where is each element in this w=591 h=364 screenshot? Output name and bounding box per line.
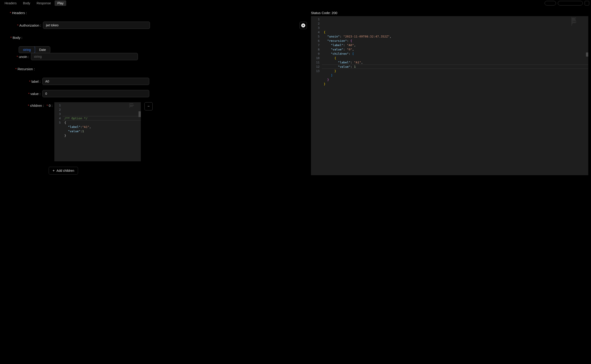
response-editor-code: { "unoin": "2023-11-09T08:32:47.352Z", "… (322, 16, 588, 175)
right-panel: Status Code: 200 12345678910111213 { "un… (311, 11, 591, 175)
unoin-label: *unoin : (8, 55, 31, 59)
children-label: *children : (8, 102, 46, 107)
child-json-editor[interactable]: 12345 /** Option */{ "label":"A1", "valu… (54, 102, 141, 161)
recursion-value-label: *value : (8, 92, 42, 96)
status-code-line: Status Code: 200 (311, 11, 588, 15)
add-children-label: Add children (56, 169, 74, 172)
recursion-label-row: *label : (8, 78, 307, 85)
plus-icon: + (53, 169, 55, 172)
child-editor-scrollbar[interactable] (139, 111, 141, 117)
segment-string[interactable]: string (19, 46, 35, 53)
minus-icon: − (148, 104, 149, 108)
child-editor-gutter: 12345 (54, 102, 63, 161)
child-editor-minimap: ███████████████████████ (129, 103, 139, 110)
unoin-type-segmented: string Date (19, 46, 50, 53)
segment-date[interactable]: Date (35, 46, 50, 53)
authorization-input[interactable] (43, 22, 150, 29)
remove-child-button[interactable]: − (144, 102, 153, 110)
recursion-value-input[interactable] (42, 90, 149, 97)
recursion-label: *Recursion : (8, 67, 37, 71)
response-editor-scrollbar[interactable] (586, 52, 588, 57)
headers-label: *Headers : (8, 11, 29, 15)
recursion-value-row: *value : (8, 90, 307, 97)
main-container: *Headers : *Authorization : *Body : stri… (0, 6, 591, 180)
child-index-label: *0 : (46, 102, 54, 107)
authorization-label: *Authorization : (8, 23, 43, 27)
recursion-label-label: *label : (8, 79, 42, 83)
response-editor-minimap: ████████████████████████████████████████… (571, 17, 587, 35)
top-pill-button-1[interactable] (544, 1, 556, 6)
play-icon (301, 23, 305, 27)
tab-body[interactable]: Body (20, 0, 33, 6)
authorization-row: *Authorization : (8, 22, 307, 29)
unoin-row: *unoin : (8, 53, 307, 60)
top-pill-button-2[interactable] (558, 1, 583, 6)
body-label: *Body : (8, 36, 24, 39)
play-button[interactable] (300, 22, 307, 29)
children-block: *children : *0 : 12345 /** Option */{ "l… (8, 102, 307, 161)
unoin-input[interactable] (31, 53, 138, 60)
headers-section-row: *Headers : (8, 11, 307, 15)
body-section-row: *Body : (8, 36, 307, 39)
left-panel: *Headers : *Authorization : *Body : stri… (0, 11, 307, 175)
recursion-section-row: *Recursion : (8, 67, 307, 71)
top-right-controls (544, 1, 589, 6)
child-editor-code[interactable]: /** Option */{ "label":"A1", "value":1} (63, 102, 141, 161)
add-children-button[interactable]: + Add children (49, 167, 78, 175)
tab-headers[interactable]: Headers (2, 0, 19, 6)
unoin-type-segmented-row: string Date (19, 46, 307, 53)
top-tabs-bar: Headers Body Response Play (0, 0, 591, 6)
response-editor-gutter: 12345678910111213 (311, 16, 322, 175)
recursion-label-input[interactable] (42, 78, 149, 85)
response-json-editor[interactable]: 12345678910111213 { "unoin": "2023-11-09… (311, 16, 588, 175)
tab-response[interactable]: Response (34, 0, 54, 6)
tab-play[interactable]: Play (55, 0, 66, 6)
top-square-button[interactable] (585, 1, 589, 6)
